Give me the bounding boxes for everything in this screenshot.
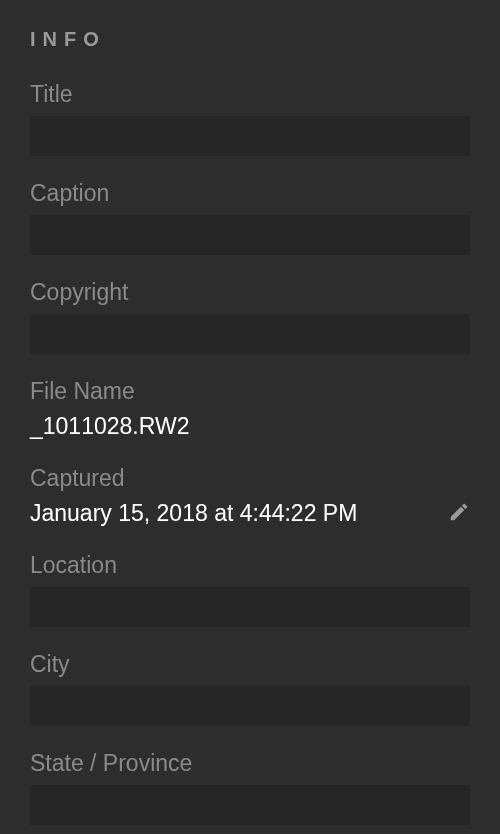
- copyright-input[interactable]: [30, 314, 470, 354]
- caption-input[interactable]: [30, 215, 470, 255]
- info-panel: INFO Title Caption Copyright File Name _…: [0, 0, 500, 834]
- pencil-icon[interactable]: [448, 501, 470, 527]
- title-input[interactable]: [30, 116, 470, 156]
- field-group-city: City: [30, 651, 470, 726]
- field-group-caption: Caption: [30, 180, 470, 255]
- filename-label: File Name: [30, 378, 470, 405]
- panel-header: INFO: [30, 28, 470, 51]
- field-group-title: Title: [30, 81, 470, 156]
- field-group-state: State / Province: [30, 750, 470, 825]
- captured-value: January 15, 2018 at 4:44:22 PM: [30, 500, 357, 528]
- location-input[interactable]: [30, 587, 470, 627]
- field-group-location: Location: [30, 552, 470, 627]
- city-input[interactable]: [30, 686, 470, 726]
- filename-value: _1011028.RW2: [30, 413, 470, 441]
- copyright-label: Copyright: [30, 279, 470, 306]
- field-group-filename: File Name _1011028.RW2: [30, 378, 470, 441]
- state-label: State / Province: [30, 750, 470, 777]
- caption-label: Caption: [30, 180, 470, 207]
- captured-label: Captured: [30, 465, 470, 492]
- field-group-captured: Captured January 15, 2018 at 4:44:22 PM: [30, 465, 470, 528]
- title-label: Title: [30, 81, 470, 108]
- captured-row: January 15, 2018 at 4:44:22 PM: [30, 500, 470, 528]
- city-label: City: [30, 651, 470, 678]
- state-input[interactable]: [30, 785, 470, 825]
- field-group-copyright: Copyright: [30, 279, 470, 354]
- location-label: Location: [30, 552, 470, 579]
